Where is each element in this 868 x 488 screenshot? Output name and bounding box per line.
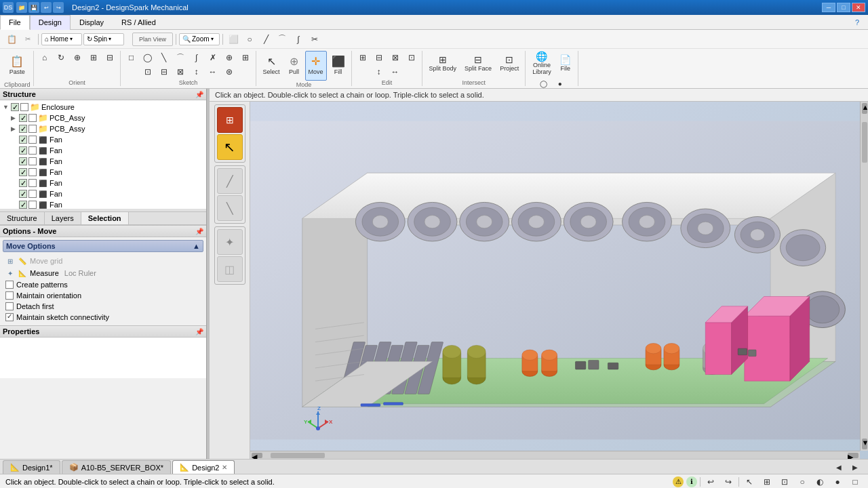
status-btn1[interactable]: ↩ <box>703 475 718 489</box>
menu-display[interactable]: Display <box>71 15 113 30</box>
status-warn-icon[interactable]: ⚠ <box>673 476 684 487</box>
tab-selection[interactable]: Selection <box>81 212 129 224</box>
3d-viewport[interactable]: Z X Y <box>250 102 868 459</box>
select-button[interactable]: ↖ Select <box>260 51 283 81</box>
option-maintain-orientation[interactable]: Maintain orientation <box>3 290 203 301</box>
check-fan1[interactable]: ✓ <box>19 136 27 144</box>
save-icon[interactable]: 💾 <box>28 2 39 13</box>
check2-pcbassy1[interactable] <box>28 114 37 122</box>
option-detach-first[interactable]: Detach first <box>3 301 203 312</box>
status-view-btn5[interactable]: ● <box>830 475 845 489</box>
file-icon[interactable]: 📁 <box>16 2 27 13</box>
tree-item-fan5[interactable]: ✓ ⬛ Fan <box>1 178 205 188</box>
sketch-s2[interactable]: ◯ <box>140 51 155 64</box>
sketch-arc[interactable]: ⌒ <box>275 33 290 46</box>
fill-button[interactable]: ⬛ Fill <box>328 51 349 81</box>
project-button[interactable]: ⊡ Project <box>496 51 522 75</box>
tab-layers[interactable]: Layers <box>45 212 81 224</box>
vp-origin-btn[interactable]: ✦ <box>217 229 243 255</box>
check-fan7[interactable]: ✓ <box>19 201 27 209</box>
edit-s5[interactable]: ↕ <box>372 65 387 79</box>
status-info-icon[interactable]: ℹ <box>686 476 697 487</box>
edit-s1[interactable]: ⊞ <box>355 51 370 64</box>
redo-icon[interactable]: ↪ <box>53 2 64 13</box>
move-options-collapse[interactable]: ▲ <box>193 242 200 250</box>
h-scroll-right[interactable]: ▶ <box>848 453 859 458</box>
tab-prev-btn[interactable]: ◀ <box>831 460 846 474</box>
toolbar-cut-sm[interactable]: ✂ <box>20 33 35 46</box>
insert-s1[interactable]: ◯ <box>536 77 551 90</box>
status-view-btn2[interactable]: ⊡ <box>777 475 792 489</box>
tree-item-fan6[interactable]: ✓ ⬛ Fan <box>1 188 205 199</box>
options-pin[interactable]: 📌 <box>195 228 203 235</box>
expand-pcbassy2[interactable]: ▶ <box>11 125 19 132</box>
vp-face-btn[interactable]: ╲ <box>217 195 243 221</box>
sketch-s7[interactable]: ⊕ <box>222 51 237 64</box>
close-button[interactable]: ✕ <box>852 3 865 12</box>
home-dropdown[interactable]: ⌂Home▾ <box>41 33 82 45</box>
edit-s6[interactable]: ↔ <box>388 65 403 79</box>
check2-enclosure[interactable] <box>20 103 28 111</box>
edit-s2[interactable]: ⊟ <box>372 51 387 64</box>
menu-file[interactable]: File <box>0 15 30 30</box>
sketch-s14[interactable]: ⊛ <box>222 65 237 79</box>
v-scroll-thumb[interactable] <box>862 122 867 163</box>
sketch-s11[interactable]: ⊠ <box>173 65 188 79</box>
check2-fan2[interactable] <box>28 146 37 155</box>
option-measure[interactable]: ✦ 📐 Measure Loc Ruler <box>3 267 203 279</box>
sketch-s12[interactable]: ↕ <box>189 65 204 79</box>
insert-s2[interactable]: ● <box>553 77 568 90</box>
pull-button[interactable]: ⊕ Pull <box>285 51 304 81</box>
orient-btn3[interactable]: ⊕ <box>70 51 85 64</box>
status-view-btn3[interactable]: ○ <box>795 475 810 489</box>
sketch-s4[interactable]: ⌒ <box>173 51 188 64</box>
spin-dropdown[interactable]: ↻Spin▾ <box>83 33 124 45</box>
sketch-s10[interactable]: ⊟ <box>157 65 172 79</box>
structure-pin[interactable]: 📌 <box>195 91 203 98</box>
sketch-s8[interactable]: ⊞ <box>238 51 253 64</box>
check-pcbassy1[interactable]: ✓ <box>19 114 27 122</box>
checkbox-maintain-orientation[interactable] <box>5 291 14 300</box>
option-maintain-sketch[interactable]: Maintain sketch connectivity <box>3 312 203 323</box>
check-enclosure[interactable]: ✓ <box>11 103 19 111</box>
split-body-button[interactable]: ⊞ Split Body <box>426 51 460 75</box>
sketch-s9[interactable]: ⊡ <box>140 65 155 79</box>
check2-fan7[interactable] <box>28 201 37 209</box>
status-cursor-btn[interactable]: ↖ <box>742 475 757 489</box>
checkbox-detach-first[interactable] <box>5 302 14 310</box>
checkbox-maintain-sketch[interactable] <box>5 313 14 321</box>
check2-fan4[interactable] <box>28 168 37 176</box>
check2-pcbassy2[interactable] <box>28 125 37 133</box>
h-scroll-thumb[interactable] <box>271 453 325 458</box>
menu-rs-allied[interactable]: RS / Allied <box>113 15 165 30</box>
orient-btn4[interactable]: ⊞ <box>86 51 101 64</box>
orient-btn1[interactable]: ⌂ <box>37 51 52 64</box>
minimize-button[interactable]: ─ <box>822 3 835 12</box>
tab-design2[interactable]: 📐 Design2 ✕ <box>172 460 235 474</box>
horizontal-scrollbar[interactable]: ◀ ▶ <box>250 451 860 459</box>
check2-fan5[interactable] <box>28 179 37 187</box>
check-fan4[interactable]: ✓ <box>19 168 27 176</box>
checkbox-create-patterns[interactable] <box>5 281 14 289</box>
tree-item-fan3[interactable]: ✓ ⬛ Fan <box>1 156 205 167</box>
vp-select-box-btn[interactable]: ⊞ <box>217 107 243 133</box>
tab-next-btn[interactable]: ▶ <box>848 460 863 474</box>
h-scroll-left[interactable]: ◀ <box>252 453 262 458</box>
v-scroll-down[interactable]: ▼ <box>862 439 867 449</box>
edit-s3[interactable]: ⊠ <box>388 51 403 64</box>
tree-item-pcbassy1[interactable]: ▶ ✓ 📁 PCB_Assy <box>1 113 205 123</box>
tab-design1[interactable]: 📐 Design1* <box>3 460 60 474</box>
tab-structure[interactable]: Structure <box>0 212 45 224</box>
design2-tab-close[interactable]: ✕ <box>222 464 227 471</box>
file-insert-button[interactable]: 📄 File <box>556 51 575 75</box>
menu-design[interactable]: Design <box>30 15 71 30</box>
vp-plane-btn[interactable]: ◫ <box>217 256 243 282</box>
edit-s4[interactable]: ⊡ <box>404 51 419 64</box>
status-view-btn1[interactable]: ⊞ <box>760 475 774 489</box>
vp-edge-btn[interactable]: ╱ <box>217 168 243 194</box>
sketch-trim[interactable]: ✂ <box>307 33 322 46</box>
sketch-line[interactable]: ╱ <box>258 33 273 46</box>
sketch-s3[interactable]: ╲ <box>157 51 172 64</box>
check2-fan6[interactable] <box>28 190 37 198</box>
vertical-scrollbar[interactable]: ▲ ▼ <box>860 102 868 451</box>
